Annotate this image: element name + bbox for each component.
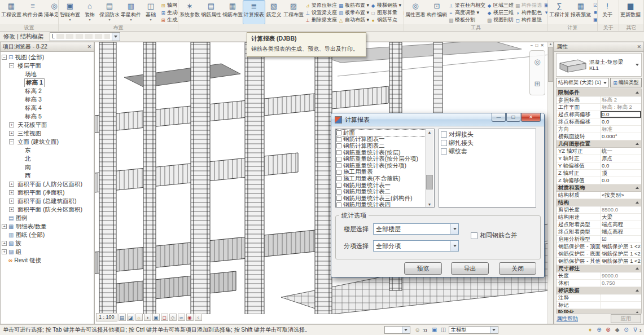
visual-style-icon[interactable]: ◪ [127,314,134,321]
property-row[interactable]: Z 轴对正 顶 [557,170,641,177]
checkbox-unchecked-icon[interactable] [336,202,341,208]
drag-on-selection-icon[interactable]: ⊙ [623,326,630,334]
checkbox-unchecked-icon[interactable] [336,143,341,148]
ribbon-small-button[interactable]: ● 钢筋节点 [370,16,402,24]
tree-item[interactable]: − ⊡ 视图 (全部) [1,53,94,61]
tree-item[interactable]: + 三维视图 [1,129,94,138]
property-row[interactable]: 钢筋保护层 - 底面 钢筋保护层 1 <2... [557,250,641,258]
properties-header[interactable]: 属性 ✕ [554,42,643,52]
tree-expander-icon[interactable]: + [9,182,14,187]
tree-item[interactable]: + 面积平面 (人防分区面积) [1,180,94,188]
ribbon-button[interactable]: ≡ 构件分类 [22,1,43,24]
design-option-dropdown[interactable] [384,326,410,334]
tree-item[interactable]: 标高 2 [1,87,94,95]
tree-item[interactable]: + ▧ 族 [1,239,94,248]
tree-item[interactable]: + 面积平面 (总建筑面积) [1,197,94,205]
tree-item-level-1-selected[interactable]: 标高 1 [1,78,94,87]
property-row[interactable]: 材质和装饰 [557,184,641,192]
ribbon-small-button[interactable]: ◆ 楼层三维 [486,9,514,16]
ribbon-button[interactable]: ◫ 基础 ▾ [142,1,160,24]
joint-list-item[interactable]: 绑扎接头 [441,139,536,147]
checkbox-unchecked-icon[interactable] [336,170,341,175]
tree-expander-icon[interactable]: + [9,131,14,136]
filter-icon[interactable]: ∇ [632,326,639,334]
ribbon-button[interactable]: ⊡ 构件编辑 [426,1,448,24]
joint-list-item[interactable]: 对焊接头 [441,130,536,139]
report-list-item[interactable]: 钢筋重量统计表(按分层分项) [336,156,426,162]
ribbon-button[interactable]: ◎ 属性查看 [405,1,426,24]
project-browser-header[interactable]: 项目浏览器 - 8-22 ✕ [1,42,94,52]
tree-item[interactable]: + ▦ 明细表/数量 [1,222,94,231]
close-button[interactable]: 关闭 [499,262,536,275]
tree-item[interactable]: 场地 [1,70,94,78]
temporary-hide-isolate-icon[interactable]: ∞ [178,314,185,321]
chevron-down-icon[interactable] [112,33,120,41]
merge-same-rebar-checkbox[interactable]: 相同钢筋合并 [471,231,517,240]
report-list-scrollbar[interactable]: ▲ ▼ [425,130,433,207]
property-row[interactable]: 参照标高 标高 2 [557,96,641,104]
tree-item[interactable]: 东 [1,146,94,155]
category-filter-dropdown[interactable]: 结构框架 (大梁) (1) [556,78,609,87]
tree-expander-icon[interactable]: + [2,249,7,254]
ribbon-button[interactable]: ▥ 零星构件 ▾ [120,1,142,24]
ribbon-mini-icon[interactable]: ▾ [542,9,547,16]
ribbon-small-button[interactable]: ▥ 板带布置 ▾ [338,9,370,16]
property-row[interactable]: 注释 [557,294,641,302]
property-row[interactable]: 终点附着类型 端点高程 [557,228,641,236]
tree-item[interactable]: + ▨ 组 [1,248,94,256]
property-row[interactable]: 钢筋保护层 - 顶面 钢筋保护层 1 <2... [557,243,641,250]
view-close-button[interactable]: ✕ [540,43,544,49]
tree-item[interactable]: 北 [1,155,94,163]
report-list-item[interactable]: 钢筋用量统计表四 [336,202,426,208]
property-row[interactable]: 终点标高偏移 0.0 [557,118,641,126]
prop-start-level-offset[interactable]: 起点标高偏移 0.0 [557,111,641,118]
ribbon-button[interactable]: ▦ 钢筋布置 [222,1,243,24]
report-list-item[interactable]: 钢筋计算图表二 [336,143,426,149]
checkbox-unchecked-icon[interactable] [336,196,341,201]
tree-item[interactable]: − 楼层平面 [1,61,94,70]
report-list-item[interactable]: 钢筋用量统计表一 [336,182,426,189]
ribbon-small-button[interactable]: ◻ 构件显隐 [514,16,542,24]
ribbon-button[interactable]: ◎ 清单定额 [43,1,58,24]
view-scale-button[interactable]: 1 : 100 [96,313,117,321]
property-row[interactable]: 限制条件 [557,89,641,96]
checkbox-unchecked-icon[interactable] [441,148,447,155]
property-row[interactable]: 剪切长度 8500.0 [557,206,641,214]
ribbon-small-button[interactable]: ⊥ 梁在柱内相交 [448,2,486,9]
joint-type-list[interactable]: 对焊接头 绑扎接头 螺纹套 [439,129,536,208]
ribbon-small-button[interactable]: ▤ 钢筋明细 [402,9,404,16]
property-row[interactable]: 体积 0.750 [557,280,641,287]
chevron-down-icon[interactable] [490,327,498,333]
type-selector[interactable]: L [50,32,120,41]
tree-item[interactable]: 标高 4 [1,104,94,112]
ribbon-mini-icon[interactable]: ■ [592,9,597,16]
checkbox-unchecked-icon[interactable] [336,163,341,168]
item-select-dropdown[interactable]: 全部分项 [373,240,459,252]
dialog-maximize-button[interactable]: ▢ [506,113,520,122]
checkbox-unchecked-icon[interactable] [336,130,341,135]
dialog-minimize-button[interactable]: — [492,113,506,122]
ribbon-small-button[interactable]: ⊥ 删除梁支座 [304,16,338,24]
ribbon-small-button[interactable]: ◑ 构件配色 [514,9,542,16]
checkbox-unchecked-icon[interactable] [336,176,341,181]
tree-expander-icon[interactable]: + [9,122,14,127]
steering-wheel-icon[interactable]: ◎ [534,58,540,66]
type-preview-dropdown[interactable]: 混凝土-矩形梁 KL1 [556,53,642,77]
ribbon-button[interactable]: ▧ 筋定义 [265,1,283,24]
property-row[interactable]: 横截面旋转 0.000° [557,133,641,140]
property-row[interactable]: 钢筋保护层 - 其他面 钢筋保护层 1 <2... [557,258,641,265]
dialog-close-button[interactable]: ✕ [521,113,541,122]
property-row[interactable]: 长度 9000.0 [557,272,641,280]
ribbon-small-button[interactable]: ⊞ 轴网 [160,2,178,9]
chevron-down-icon[interactable] [450,224,458,234]
tree-item[interactable]: ▥ 图纸 (全部) [1,231,94,239]
property-row[interactable]: 尺寸标注 [557,265,641,272]
report-type-list[interactable]: 封面 钢筋计算图表一 钢筋计算图表二 钢筋重量统计表(按层) 钢筋重量统计表(按… [335,129,435,208]
floor-select-dropdown[interactable]: 全部楼层 [373,223,459,235]
ribbon-button[interactable]: ▤ 保温防水 ▾ [99,1,120,24]
ribbon-small-button[interactable]: ≡ 高度调整 ▾ [448,9,486,16]
export-button[interactable]: 导出 [451,262,489,275]
close-icon[interactable]: ✕ [87,44,91,50]
property-row[interactable]: 阶段化 [557,309,641,314]
unlocked-3d-icon[interactable]: ◇ [169,314,177,321]
